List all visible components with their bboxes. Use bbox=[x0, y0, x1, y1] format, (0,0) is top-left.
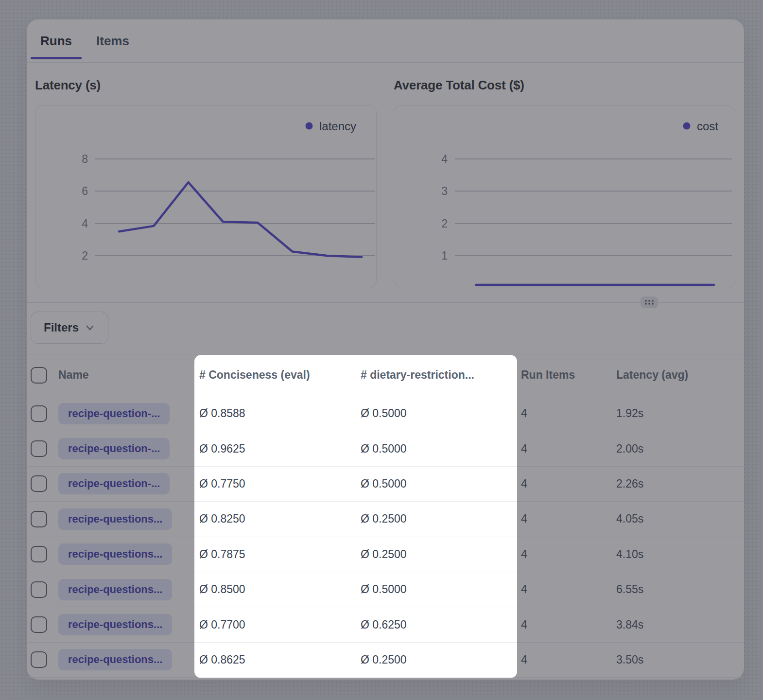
column-header-latency-avg[interactable]: Latency (avg) bbox=[610, 368, 744, 382]
dietary-restriction-value: Ø 0.2500 bbox=[356, 512, 517, 525]
latency-legend: latency bbox=[306, 120, 357, 133]
table-row: recipe-questions...Ø 0.7700Ø 0.625043.84… bbox=[27, 607, 744, 642]
svg-text:2: 2 bbox=[441, 217, 448, 230]
run-name-badge[interactable]: recipe-question-... bbox=[58, 438, 170, 459]
runs-table: Name # Conciseness (eval) # dietary-rest… bbox=[27, 354, 744, 678]
tab-bar: Runs Items bbox=[31, 19, 139, 62]
table-row: recipe-question-...Ø 0.8588Ø 0.500041.92… bbox=[27, 396, 744, 431]
run-name-badge[interactable]: recipe-questions... bbox=[58, 614, 172, 635]
dietary-restriction-value: Ø 0.2500 bbox=[356, 653, 517, 666]
cost-chart-title: Average Total Cost ($) bbox=[394, 78, 524, 93]
conciseness-value: Ø 0.8500 bbox=[194, 583, 356, 596]
run-name-badge[interactable]: recipe-questions... bbox=[58, 649, 172, 670]
column-header-dietary-restriction[interactable]: # dietary-restriction... bbox=[356, 368, 517, 382]
dietary-restriction-value: Ø 0.6250 bbox=[356, 618, 517, 631]
select-all-checkbox[interactable] bbox=[31, 367, 47, 384]
tabs-divider bbox=[27, 62, 744, 63]
row-checkbox[interactable] bbox=[31, 475, 47, 492]
cost-chart: 4 3 2 1 cost bbox=[394, 105, 735, 287]
row-checkbox[interactable] bbox=[31, 405, 47, 422]
chevron-down-icon bbox=[85, 322, 95, 333]
latency-avg-value: 2.26s bbox=[610, 477, 744, 490]
table-body: recipe-question-...Ø 0.8588Ø 0.500041.92… bbox=[27, 396, 744, 678]
latency-avg-value: 2.00s bbox=[610, 442, 744, 455]
section-divider bbox=[27, 302, 744, 303]
conciseness-value: Ø 0.8625 bbox=[194, 653, 356, 666]
cost-legend-dot bbox=[683, 122, 691, 130]
column-header-conciseness[interactable]: # Conciseness (eval) bbox=[194, 368, 356, 382]
cost-legend-label: cost bbox=[697, 120, 718, 133]
tab-runs-label: Runs bbox=[40, 34, 72, 49]
row-checkbox[interactable] bbox=[31, 651, 47, 668]
dietary-restriction-value: Ø 0.2500 bbox=[356, 548, 517, 561]
active-tab-indicator bbox=[31, 57, 82, 59]
conciseness-value: Ø 0.7750 bbox=[194, 477, 356, 490]
latency-avg-value: 1.92s bbox=[610, 407, 744, 420]
page-background: Runs Items Latency (s) Average Total Cos… bbox=[0, 0, 763, 700]
table-row: recipe-questions...Ø 0.8250Ø 0.250044.05… bbox=[27, 502, 744, 537]
cost-gridlines bbox=[455, 159, 732, 256]
dietary-restriction-value: Ø 0.5000 bbox=[356, 442, 517, 455]
svg-text:4: 4 bbox=[441, 153, 448, 165]
dietary-restriction-value: Ø 0.5000 bbox=[356, 407, 517, 420]
latency-avg-value: 4.05s bbox=[610, 512, 744, 525]
latency-legend-label: latency bbox=[319, 120, 356, 133]
table-row: recipe-questions...Ø 0.8500Ø 0.500046.55… bbox=[27, 572, 744, 607]
run-items-value: 4 bbox=[517, 618, 610, 631]
latency-chart-title: Latency (s) bbox=[35, 78, 101, 93]
tab-items-label: Items bbox=[96, 34, 129, 49]
latency-avg-value: 3.50s bbox=[610, 653, 744, 666]
svg-text:3: 3 bbox=[441, 185, 448, 197]
dietary-restriction-value: Ø 0.5000 bbox=[356, 583, 517, 596]
row-checkbox[interactable] bbox=[31, 440, 47, 457]
svg-text:1: 1 bbox=[441, 249, 448, 262]
svg-text:6: 6 bbox=[82, 185, 88, 197]
latency-avg-value: 6.55s bbox=[610, 583, 744, 596]
run-name-badge[interactable]: recipe-questions... bbox=[58, 579, 172, 600]
conciseness-value: Ø 0.9625 bbox=[194, 442, 356, 455]
cost-legend: cost bbox=[683, 120, 719, 133]
table-header-row: Name # Conciseness (eval) # dietary-rest… bbox=[27, 354, 744, 396]
svg-text:2: 2 bbox=[82, 249, 88, 262]
latency-avg-value: 4.10s bbox=[610, 548, 744, 561]
run-items-value: 4 bbox=[517, 407, 610, 420]
conciseness-value: Ø 0.8588 bbox=[194, 407, 356, 420]
row-checkbox[interactable] bbox=[31, 616, 47, 633]
run-items-value: 4 bbox=[517, 442, 610, 455]
latency-line-series bbox=[119, 182, 362, 257]
table-row: recipe-question-...Ø 0.7750Ø 0.500042.26… bbox=[27, 467, 744, 502]
row-checkbox[interactable] bbox=[31, 511, 47, 527]
conciseness-value: Ø 0.8250 bbox=[194, 512, 356, 525]
run-name-badge[interactable]: recipe-question-... bbox=[58, 473, 170, 494]
cost-y-axis-ticks: 4 3 2 1 bbox=[441, 153, 448, 262]
row-checkbox[interactable] bbox=[31, 581, 47, 598]
latency-chart: 8 6 4 2 latency bbox=[35, 105, 377, 287]
column-header-name[interactable]: Name bbox=[58, 368, 194, 382]
run-name-badge[interactable]: recipe-questions... bbox=[58, 508, 172, 530]
tab-runs[interactable]: Runs bbox=[31, 19, 82, 62]
table-row: recipe-question-...Ø 0.9625Ø 0.500042.00… bbox=[27, 431, 744, 466]
latency-avg-value: 3.84s bbox=[610, 618, 744, 631]
run-items-value: 4 bbox=[517, 512, 610, 525]
tab-items[interactable]: Items bbox=[87, 19, 139, 62]
dietary-restriction-value: Ø 0.5000 bbox=[356, 477, 517, 490]
run-items-value: 4 bbox=[517, 653, 610, 666]
table-row: recipe-questions...Ø 0.8625Ø 0.250043.50… bbox=[27, 643, 744, 678]
svg-text:4: 4 bbox=[82, 217, 88, 230]
table-row: recipe-questions...Ø 0.7875Ø 0.250044.10… bbox=[27, 537, 744, 572]
run-name-badge[interactable]: recipe-question-... bbox=[58, 403, 170, 424]
conciseness-value: Ø 0.7875 bbox=[194, 548, 356, 561]
filters-button[interactable]: Filters bbox=[31, 312, 108, 344]
column-header-run-items[interactable]: Run Items bbox=[517, 368, 610, 382]
filters-button-label: Filters bbox=[44, 321, 79, 334]
row-checkbox[interactable] bbox=[31, 546, 47, 562]
run-items-value: 4 bbox=[517, 477, 610, 490]
run-items-value: 4 bbox=[517, 548, 610, 561]
run-name-badge[interactable]: recipe-questions... bbox=[58, 543, 172, 565]
svg-text:8: 8 bbox=[82, 153, 88, 165]
runs-panel: Runs Items Latency (s) Average Total Cos… bbox=[27, 19, 744, 680]
latency-legend-dot bbox=[306, 122, 313, 130]
conciseness-value: Ø 0.7700 bbox=[194, 618, 356, 631]
latency-y-axis-ticks: 8 6 4 2 bbox=[82, 153, 88, 262]
run-items-value: 4 bbox=[517, 583, 610, 596]
